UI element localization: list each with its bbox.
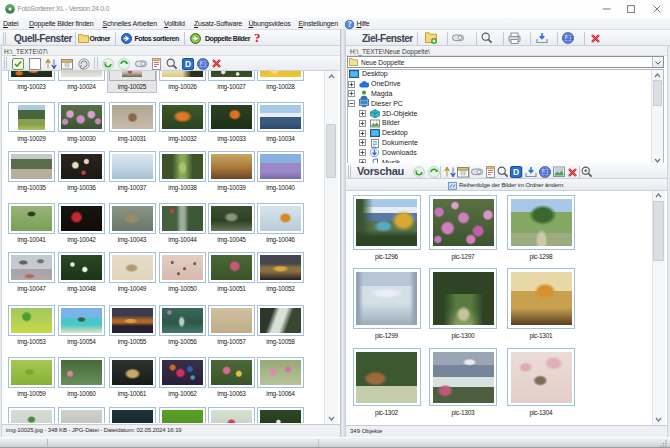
- svg-text:?: ?: [348, 20, 352, 29]
- svg-text:D: D: [512, 167, 518, 177]
- svg-text:D: D: [185, 59, 191, 69]
